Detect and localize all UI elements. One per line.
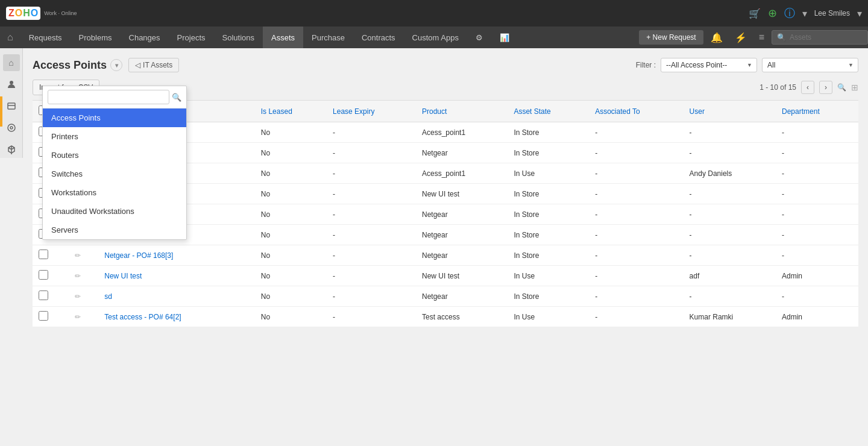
nav-item-changes[interactable]: Changes [121,27,169,48]
nav-item-projects[interactable]: Projects [169,27,214,48]
nav-item-contracts[interactable]: Contracts [353,27,404,48]
row-department: Admin [776,307,858,327]
search-icon: 🔍 [777,33,786,42]
dropdown-search-area: 🔍 [43,86,186,108]
notification-bell-icon[interactable]: 🔔 [706,32,728,43]
nav-item-assets[interactable]: Assets [263,27,303,48]
row-user: adf [684,266,776,286]
dropdown-item-switches[interactable]: Switches [43,165,186,183]
it-assets-breadcrumb-button[interactable]: ◁ IT Assets [128,58,179,72]
row-associated-to: - [589,307,683,327]
grid-icon[interactable]: ⊞ [851,83,858,92]
user-chevron-icon[interactable]: ▾ [857,8,862,19]
main-layout: ⌂ Access Points ▾ [0,48,868,446]
row-asset-state: In Store [508,245,589,266]
nav-item-purchase[interactable]: Purchase [303,27,353,48]
asset-name-link[interactable]: Netgear - PO# 168[3] [104,251,173,260]
dropdown-item-access-points[interactable]: Access Points [43,108,186,127]
logo-z: Z [8,8,14,19]
plus-circle-icon[interactable]: ⊕ [768,7,777,20]
row-checkbox-cell[interactable] [33,266,69,286]
row-user: - [684,143,776,163]
row-department: - [776,225,858,245]
edit-icon[interactable]: ✏ [75,272,81,280]
row-is-leased: No [255,184,327,204]
home-nav-item[interactable]: ⌂ [0,27,20,48]
breadcrumb-icon: ◁ [135,61,140,69]
row-department: - [776,143,858,163]
row-checkbox-cell[interactable] [33,307,69,327]
row-department: - [776,204,858,225]
help-icon[interactable]: ⓘ [784,6,795,20]
dropdown-item-routers[interactable]: Routers [43,146,186,165]
sidebar-icon-disc[interactable] [3,119,20,136]
user-name[interactable]: Lee Smiles [814,9,850,17]
row-lease-expiry: - [327,245,416,266]
row-department: - [776,286,858,307]
row-is-leased: No [255,204,327,225]
row-department: - [776,122,858,143]
global-search-box[interactable]: 🔍 [772,30,868,45]
edit-icon[interactable]: ✏ [75,251,81,260]
row-asset-state: In Store [508,122,589,143]
logo-o1: O [15,8,22,19]
dropdown-search-input[interactable] [48,90,169,104]
prev-page-button[interactable]: ‹ [801,81,814,94]
new-request-button[interactable]: + New Request [639,30,703,45]
cart-icon[interactable]: 🛒 [749,8,761,19]
sidebar-icon-box[interactable] [3,98,20,115]
pagination-text: 1 - 10 of 15 [760,83,796,92]
row-product: Test access [416,307,508,327]
row-user: Kumar Ramki [684,307,776,327]
dropdown-item-printers[interactable]: Printers [43,127,186,146]
col-department: Department [776,101,858,122]
nav-item-custom-apps[interactable]: Custom Apps [404,27,467,48]
row-checkbox[interactable] [39,311,48,321]
asset-name-link[interactable]: New UI test [104,272,142,280]
row-product: New UI test [416,184,508,204]
row-is-leased: No [255,245,327,266]
row-checkbox[interactable] [39,291,48,300]
next-page-button[interactable]: › [819,81,832,94]
row-associated-to: - [589,266,683,286]
content-header: Access Points ▾ ◁ IT Assets Filter : --A… [33,58,858,72]
row-checkbox[interactable] [39,270,48,280]
filter-select[interactable]: --All Access Point-- In Store In Use [661,58,757,72]
page-title: Access Points [33,59,107,72]
list-icon[interactable]: ≡ [754,32,769,43]
nav-item-settings[interactable]: ⚙ [467,27,491,48]
row-department: - [776,245,858,266]
col-lease-expiry: Lease Expiry [327,101,416,122]
lightning-icon[interactable]: ⚡ [730,32,752,43]
search-icon-pagination[interactable]: 🔍 [837,83,846,92]
sidebar-icon-cube[interactable] [3,141,20,158]
sidebar-icon-user[interactable] [3,76,20,93]
row-is-leased: No [255,286,327,307]
row-asset-name: Test access - PO# 64[2] [98,307,255,327]
filter-select-wrap-2: All [762,58,858,72]
global-search-input[interactable] [790,33,863,42]
edit-icon[interactable]: ✏ [75,313,81,321]
row-product: Acess_point1 [416,163,508,184]
title-dropdown-trigger[interactable]: ▾ [110,59,122,71]
edit-icon[interactable]: ✏ [75,292,81,301]
nav-item-chart[interactable]: 📊 [491,27,518,48]
row-checkbox-cell[interactable] [33,245,69,266]
nav-item-problems[interactable]: Problems [71,27,121,48]
table-row: ✏ New UI test No - New UI test In Use - … [33,266,858,286]
asset-name-link[interactable]: sd [104,292,112,301]
sidebar-icon-home[interactable]: ⌂ [3,54,20,71]
row-asset-state: In Use [508,307,589,327]
row-checkbox[interactable] [39,250,48,259]
dropdown-item-unaudited-workstations[interactable]: Unaudited Workstations [43,202,186,221]
dropdown-item-servers[interactable]: Servers [43,221,186,239]
row-user: Andy Daniels [684,163,776,184]
filter-select-2[interactable]: All [762,58,858,72]
row-checkbox-cell[interactable] [33,286,69,307]
asset-name-link[interactable]: Test access - PO# 64[2] [104,313,181,321]
nav-item-solutions[interactable]: Solutions [214,27,263,48]
row-product: Netgear [416,245,508,266]
nav-item-requests[interactable]: Requests [20,27,71,48]
chevron-down-icon[interactable]: ▾ [802,8,807,19]
dropdown-item-workstations[interactable]: Workstations [43,183,186,202]
